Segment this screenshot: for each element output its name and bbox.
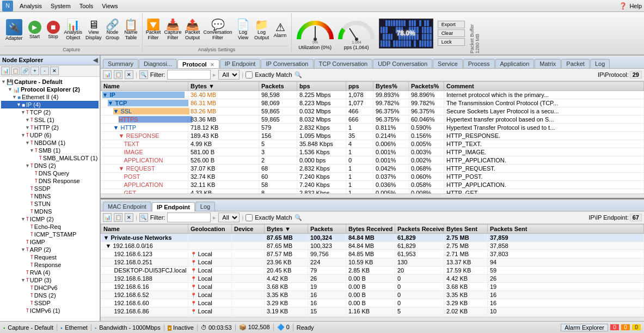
lower-tab-ip[interactable]: IP Endpoint [152, 202, 195, 211]
list-item[interactable]: 192.168.6.123📍 Local87.57 MB99,75684.85 … [101, 250, 644, 258]
table-row[interactable]: ▼ HTTP718.12 KB5792.832 Kbps10.811%0.590… [101, 124, 644, 132]
ep-col-bytes-recv[interactable]: Bytes Received [346, 225, 395, 234]
name-table-button[interactable]: 📋 NameTable [122, 18, 140, 42]
tree-item-smb[interactable]: ▼ T SMB (1) [1, 147, 99, 154]
list-item[interactable]: 192.168.0.251📍 Local23.96 KB22410.59 KB1… [101, 258, 644, 267]
col-pkts-pct[interactable]: Packets% [409, 82, 444, 91]
tree-item-igmp[interactable]: T IGMP [1, 238, 99, 246]
ne-btn3[interactable]: 🔗 [21, 66, 29, 75]
filter-icon-btn1[interactable]: 📊 [103, 70, 112, 79]
tree-item-tcp[interactable]: ▼ T TCP (2) [1, 108, 99, 116]
tab-udp-conversation[interactable]: UDP Conversation [373, 59, 432, 68]
packet-filter-button[interactable]: 🔽 PacketFilter [145, 18, 162, 42]
list-item[interactable]: 192.168.6.16📍 Local3.68 KB190.00 B03.68 … [101, 283, 644, 291]
tab-packet[interactable]: Packet [561, 59, 590, 68]
ep-col-pkts-sent[interactable]: Packets Sent [488, 225, 644, 234]
tab-matrix[interactable]: Matrix [535, 59, 561, 68]
col-bytes[interactable]: Bytes ▼ [188, 82, 259, 91]
list-item[interactable]: 192.168.6.52📍 Local3.35 KB160.00 B03.35 … [101, 291, 644, 299]
lock-button[interactable]: Lock [438, 38, 465, 46]
tree-item-stun[interactable]: T STUN [1, 200, 99, 208]
protocol-explorer-item[interactable]: ▼ 📊 Protocol Explorer (2) [1, 86, 99, 93]
lower-filter-btn1[interactable]: 📊 [103, 213, 112, 222]
filter-icon-btn2[interactable]: 📋 [114, 70, 122, 79]
tab-close-icon[interactable]: ✕ [210, 62, 214, 68]
alarm-button[interactable]: ⚠ Alarm [272, 21, 289, 39]
capture-filter-button[interactable]: 📥 CaptureFilter [163, 18, 183, 42]
help-label[interactable]: Help [629, 3, 642, 9]
node-explorer-expand[interactable]: ◀ [93, 57, 97, 64]
start-button[interactable]: ▶ Start [26, 20, 44, 40]
col-bytes-pct[interactable]: Bytes% [373, 82, 409, 91]
lower-filter-input[interactable] [167, 213, 211, 222]
view-display-button[interactable]: 🖥 ViewDisplay [84, 18, 103, 42]
table-row[interactable]: TEXT4.99 KB535.848 Kbps40.006%0.005%HTTP… [101, 140, 644, 148]
tree-item-smb-mailslot[interactable]: T SMB_MAILSLOT (1) [1, 154, 99, 162]
tree-item-ethernet[interactable]: ▼ ■ Ethernet II (4) [1, 93, 99, 101]
log-output-button[interactable]: 📁 LogOutput [253, 18, 271, 42]
log-view-button[interactable]: 📄 LogView [235, 18, 252, 42]
tab-log[interactable]: Log [590, 59, 610, 68]
col-pps[interactable]: pps [346, 82, 373, 91]
ne-btn1[interactable]: 📊 [1, 66, 10, 75]
ne-btn2[interactable]: 📋 [11, 66, 20, 75]
col-name[interactable]: Name [101, 82, 188, 91]
table-row[interactable]: GET4.33 KB82.832 Kbps10.005%0.008%HTTP_G… [101, 189, 644, 194]
list-item[interactable]: DESKTOP-DUI53FCJ.local📍 Local20.45 KB792… [101, 267, 644, 275]
lower-filter-btn4[interactable]: 🔍 [139, 213, 148, 222]
tree-item-icmp-tstamp[interactable]: T ICMP_TSTAMP [1, 231, 99, 238]
tab-process[interactable]: Process [463, 59, 495, 68]
tree-item-ssdp2[interactable]: T SSDP [1, 299, 99, 307]
tab-summary[interactable]: Summary [103, 59, 138, 68]
ep-col-bytes[interactable]: Bytes ▼ [265, 225, 308, 234]
tab-tcp-conversation[interactable]: TCP Conversation [314, 59, 373, 68]
col-comment[interactable]: Comment [444, 82, 644, 91]
tree-item-arp-request[interactable]: T Request [1, 253, 99, 261]
ep-col-device[interactable]: Device [232, 225, 265, 234]
ep-col-packets[interactable]: Packets [308, 225, 346, 234]
search-icon[interactable]: 🔍 [295, 71, 302, 78]
tab-service[interactable]: Service [433, 59, 463, 68]
menu-system[interactable]: System [46, 2, 75, 10]
menu-tools[interactable]: Tools [75, 2, 98, 10]
lower-filter-select[interactable]: All [218, 213, 240, 222]
list-item[interactable]: 192.168.6.60📍 Local3.29 KB160.00 B03.29 … [101, 299, 644, 307]
col-bps[interactable]: bps [297, 82, 346, 91]
tree-item-rva[interactable]: T RVA (4) [1, 269, 99, 276]
table-row[interactable]: ▼ TCP86.31 MB98,0698.223 Mbps1,07799.782… [101, 99, 644, 107]
ne-btn4[interactable]: + [30, 66, 39, 75]
tree-item-dns[interactable]: ▼ T DNS (2) [1, 162, 99, 169]
lower-filter-checkbox[interactable] [246, 214, 253, 221]
tree-item-mdns[interactable]: T MDNS [1, 208, 99, 215]
ne-btn5[interactable]: - [40, 66, 49, 75]
lower-search-icon[interactable]: 🔍 [295, 214, 302, 221]
tree-item-nbns[interactable]: T NBNS [1, 192, 99, 200]
menu-analysis[interactable]: Analysis [15, 2, 46, 10]
tree-item-udp[interactable]: ▼ T UDP (6) [1, 131, 99, 139]
menu-views[interactable]: Views [97, 2, 122, 10]
tree-item-dns2[interactable]: T DNS (2) [1, 292, 99, 299]
alarm-explorer-label[interactable]: Alarm Explorer [561, 324, 608, 331]
packet-output-button[interactable]: 📤 PacketOutput [184, 18, 201, 42]
tab-application[interactable]: Application [495, 59, 535, 68]
tree-item-ip[interactable]: ▼ ■ IP (4) [1, 101, 99, 108]
table-row[interactable]: APPLICATION32.11 KB587.240 Kbps10.036%0.… [101, 181, 644, 189]
table-row[interactable]: ▼ SSL83.26 MB59,8650.032 Mbps46696.375%9… [101, 107, 644, 116]
list-item[interactable]: ▼ Private-use Networks87.65 MB100,32484.… [101, 234, 644, 242]
table-row[interactable]: ▼ IP36.40 MB98,5988.225 Mbps1,07899.893%… [101, 91, 644, 99]
tab-ip-endpoint[interactable]: IP Endpoint [220, 59, 261, 68]
lower-filter-btn3[interactable]: ✕ [125, 213, 133, 222]
tree-item-arp-response[interactable]: T Response [1, 261, 99, 269]
filter-icon-btn3[interactable]: ✕ [125, 70, 133, 79]
tree-item-icmp[interactable]: ▼ T ICMP (2) [1, 215, 99, 223]
filter-checkbox[interactable] [246, 71, 253, 78]
lower-tab-log[interactable]: Log [195, 202, 215, 211]
ne-btn6[interactable]: ✕ [50, 66, 59, 75]
table-row[interactable]: HTTPS83.36 MB59,8658.032 Mbps66696.375%6… [101, 116, 644, 124]
conversation-filter-button[interactable]: 💬 ConversationFilter [203, 18, 234, 42]
table-row[interactable]: POST32.74 KB607.240 Kbps10.037%0.060%HTT… [101, 173, 644, 181]
list-item[interactable]: 192.168.6.188📍 Local4.42 KB260.00 B04.42… [101, 275, 644, 283]
tab-diagnosis[interactable]: Diagnosi... [139, 59, 177, 68]
tree-item-http[interactable]: ▼ T HTTP (2) [1, 124, 99, 131]
tree-item-nbdgm[interactable]: ▼ T NBDGM (1) [1, 139, 99, 147]
